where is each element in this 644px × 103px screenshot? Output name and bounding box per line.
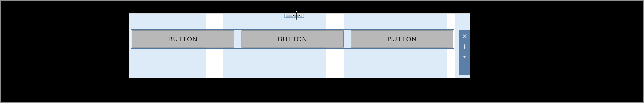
close-icon[interactable] bbox=[461, 33, 468, 40]
window-frame: BUTTON BUTTON BUTTON bbox=[0, 0, 644, 103]
smart-tag-panel bbox=[459, 30, 470, 75]
pin-icon[interactable] bbox=[461, 43, 468, 50]
move-handle[interactable] bbox=[278, 12, 310, 20]
designer-surface: BUTTON BUTTON BUTTON bbox=[129, 13, 470, 78]
button-panel[interactable]: BUTTON BUTTON BUTTON bbox=[131, 29, 454, 49]
button-2[interactable]: BUTTON bbox=[242, 30, 344, 48]
button-1[interactable]: BUTTON bbox=[132, 30, 234, 48]
svg-marker-3 bbox=[463, 56, 466, 58]
chevron-down-icon[interactable] bbox=[461, 54, 468, 61]
move-cursor-icon bbox=[292, 11, 301, 20]
svg-marker-0 bbox=[292, 11, 301, 20]
button-3[interactable]: BUTTON bbox=[351, 30, 453, 48]
